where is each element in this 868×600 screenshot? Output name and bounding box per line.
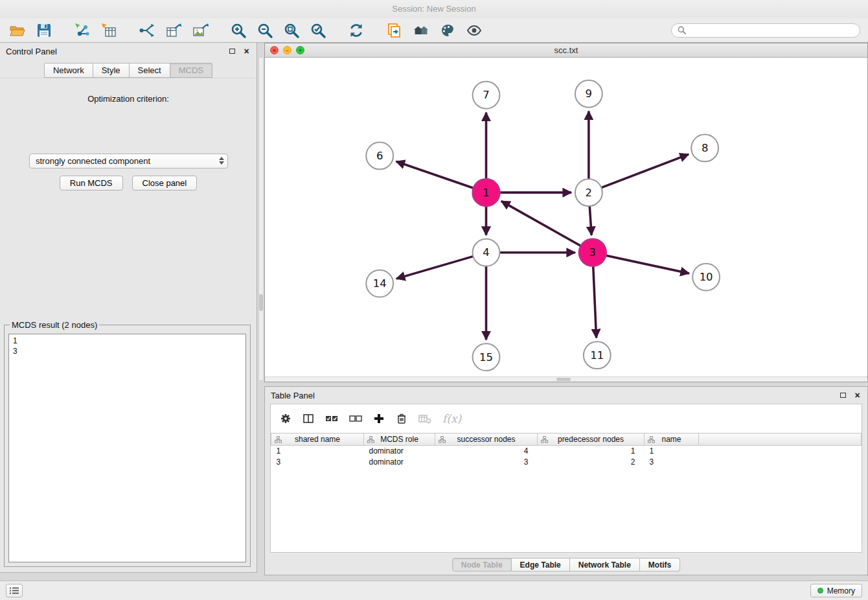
cell-successor-nodes[interactable]: 3	[435, 457, 538, 468]
refresh-icon[interactable]	[347, 21, 366, 40]
tab-edge-table[interactable]: Edge Table	[512, 558, 570, 571]
search-input[interactable]	[689, 25, 854, 35]
delete-column-icon[interactable]	[396, 413, 407, 424]
tab-node-table[interactable]: Node Table	[452, 558, 512, 571]
edge-4-14[interactable]	[396, 257, 473, 279]
close-panel-icon[interactable]: ×	[242, 47, 251, 56]
column-header-predecessor-nodes[interactable]: predecessor nodes	[538, 433, 645, 446]
sort-hierarchy-icon[interactable]	[275, 436, 282, 443]
node-11[interactable]: 11	[584, 341, 611, 369]
memory-status-icon	[817, 588, 823, 594]
show-hide-icon[interactable]	[464, 21, 484, 40]
cell-successor-nodes[interactable]: 4	[435, 446, 538, 457]
vertical-scrollbar-thumb[interactable]	[259, 294, 263, 311]
tab-network-table[interactable]: Network Table	[570, 558, 640, 571]
import-network-icon[interactable]	[73, 21, 92, 40]
edge-2-8[interactable]	[601, 154, 689, 188]
sort-hierarchy-icon[interactable]	[541, 436, 548, 443]
tab-motifs[interactable]: Motifs	[640, 558, 680, 571]
sort-hierarchy-icon[interactable]	[367, 436, 374, 443]
node-2[interactable]: 2	[575, 179, 602, 206]
run-mcds-button[interactable]: Run MCDS	[60, 176, 123, 190]
svg-text:2: 2	[586, 187, 592, 199]
memory-button[interactable]: Memory	[810, 584, 862, 597]
node-9[interactable]: 9	[575, 80, 602, 108]
node-3[interactable]: 3	[579, 239, 606, 266]
network-canvas[interactable]: 7968124314101511	[265, 58, 867, 376]
import-table-icon[interactable]	[99, 21, 119, 40]
cell-name[interactable]: 1	[645, 446, 699, 457]
zoom-selected-icon[interactable]	[308, 21, 328, 40]
close-panel-button[interactable]: Close panel	[132, 176, 198, 190]
cell-mcds-role[interactable]: dominator	[364, 446, 435, 457]
export-network-icon[interactable]	[137, 21, 157, 40]
copy-style-icon[interactable]	[385, 21, 404, 40]
zoom-window-icon[interactable]: +	[296, 46, 304, 54]
node-10[interactable]: 10	[692, 264, 720, 291]
export-table-icon[interactable]	[164, 21, 183, 40]
deselect-all-icon[interactable]	[349, 413, 362, 424]
table-settings-icon[interactable]	[280, 413, 291, 424]
cell-mcds-role[interactable]: dominator	[364, 457, 435, 468]
svg-text:1: 1	[483, 187, 489, 199]
zoom-in-icon[interactable]	[229, 21, 248, 40]
node-8[interactable]: 8	[691, 135, 718, 162]
cell-filler	[699, 446, 862, 457]
edge-1-6[interactable]	[396, 161, 474, 188]
tab-select[interactable]: Select	[130, 63, 170, 78]
create-column-icon[interactable]	[373, 413, 385, 424]
open-file-icon[interactable]	[8, 21, 27, 40]
column-header-mcds-role[interactable]: MCDS role	[364, 433, 435, 446]
node-1[interactable]: 1	[473, 179, 500, 206]
delete-table-icon[interactable]	[418, 413, 431, 424]
first-neighbors-icon[interactable]	[411, 21, 431, 40]
zoom-out-icon[interactable]	[255, 21, 275, 40]
minimize-window-icon[interactable]: −	[283, 46, 291, 54]
mcds-result-box: MCDS result (2 nodes) 1 3	[4, 320, 251, 567]
select-all-icon[interactable]	[325, 413, 338, 424]
column-header-name[interactable]: name	[645, 433, 699, 446]
edge-3-10[interactable]	[606, 255, 689, 273]
zoom-fit-icon[interactable]	[282, 21, 301, 40]
node-15[interactable]: 15	[473, 343, 500, 371]
table-row[interactable]: 3dominator323	[271, 457, 862, 468]
show-panels-button[interactable]	[6, 584, 23, 597]
table-row[interactable]: 1dominator411	[271, 446, 862, 457]
column-visibility-icon[interactable]	[303, 413, 314, 424]
node-7[interactable]: 7	[473, 82, 500, 109]
node-4[interactable]: 4	[473, 239, 500, 266]
column-header-shared-name[interactable]: shared name	[271, 433, 364, 446]
save-session-icon[interactable]	[34, 21, 54, 40]
cell-name[interactable]: 3	[645, 457, 699, 468]
export-image-icon[interactable]	[190, 21, 210, 40]
node-6[interactable]: 6	[366, 142, 393, 169]
criterion-select[interactable]: strongly connected component	[29, 154, 228, 168]
cell-predecessor-nodes[interactable]: 2	[538, 457, 645, 468]
float-panel-icon[interactable]	[228, 47, 236, 56]
column-header-label: successor nodes	[457, 435, 515, 444]
tab-mcds[interactable]: MCDS	[170, 63, 212, 78]
vertical-scrollbar[interactable]	[258, 57, 264, 381]
function-builder-icon[interactable]: f(x)	[442, 412, 461, 425]
cell-shared-name[interactable]: 1	[271, 446, 364, 457]
horizontal-scrollbar-thumb[interactable]	[556, 378, 571, 381]
search-field[interactable]	[671, 23, 860, 38]
close-table-panel-icon[interactable]: ×	[853, 391, 862, 400]
edge-2-3[interactable]	[589, 206, 591, 235]
close-window-icon[interactable]: ×	[270, 46, 279, 54]
node-14[interactable]: 14	[366, 270, 393, 297]
table-toolbar: f(x)	[271, 404, 862, 433]
column-header-successor-nodes[interactable]: successor nodes	[435, 433, 538, 446]
network-window-titlebar[interactable]: × − + scc.txt	[265, 43, 867, 58]
tab-style[interactable]: Style	[93, 63, 130, 78]
cell-predecessor-nodes[interactable]: 1	[538, 446, 645, 457]
edge-3-1[interactable]	[501, 201, 581, 246]
sort-hierarchy-icon[interactable]	[648, 436, 655, 443]
float-table-panel-icon[interactable]	[839, 391, 847, 400]
tab-network[interactable]: Network	[44, 63, 93, 78]
palette-icon[interactable]	[438, 21, 457, 40]
edge-3-11[interactable]	[593, 266, 597, 338]
cell-shared-name[interactable]: 3	[271, 457, 364, 468]
sort-hierarchy-icon[interactable]	[439, 436, 446, 443]
horizontal-scrollbar[interactable]	[265, 376, 867, 382]
